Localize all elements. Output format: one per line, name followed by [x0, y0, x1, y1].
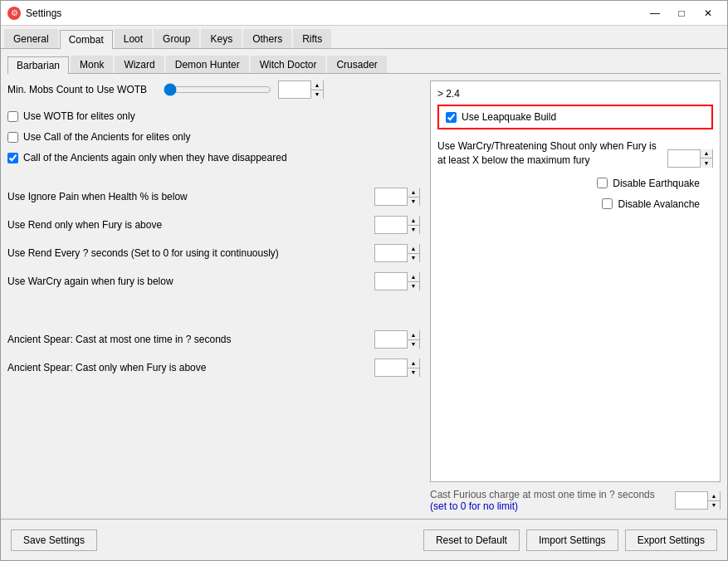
spacer5 — [437, 168, 713, 178]
reset-default-button[interactable]: Reset to Default — [423, 529, 520, 551]
tab-combat[interactable]: Combat — [60, 30, 113, 49]
mobs-count-input[interactable]: 0 — [279, 81, 310, 98]
title-bar-left: ⚙ Settings — [7, 7, 61, 20]
rend-every-label: Use Rend Every ? seconds (Set to 0 for u… — [7, 247, 369, 259]
wotb-elites-checkbox[interactable] — [7, 111, 18, 122]
ancient-spear2-input[interactable]: 25 — [375, 359, 407, 376]
warcry-fury-input[interactable]: 30 — [375, 273, 407, 290]
rend-fury-up[interactable]: ▲ — [408, 216, 419, 226]
cast-furious-text: Cast Furious charge at most one time in … — [430, 489, 668, 512]
window-controls: — □ ✕ — [642, 5, 721, 22]
mobs-count-row: Min. Mobs Count to Use WOTB 0 ▲ ▼ — [7, 80, 420, 99]
rend-fury-down[interactable]: ▼ — [408, 226, 419, 235]
warcry-fury-up[interactable]: ▲ — [408, 272, 419, 282]
rend-fury-spinbox: 20 ▲ ▼ — [374, 216, 420, 234]
ancient-spear1-up[interactable]: ▲ — [408, 330, 419, 340]
tab-loot[interactable]: Loot — [115, 29, 152, 48]
tab-rifts[interactable]: Rifts — [293, 29, 331, 48]
cast-furious-input[interactable]: 3 — [676, 492, 707, 509]
ancient-spear2-spinbox: 25 ▲ ▼ — [374, 359, 420, 377]
ancient-spear1-input[interactable]: 0 — [375, 331, 407, 348]
fury-shout-spinbox: 50 ▲ ▼ — [667, 149, 713, 168]
cast-furious-up[interactable]: ▲ — [708, 491, 720, 501]
ancient-spear1-row: Ancient Spear: Cast at most one time in … — [7, 330, 420, 349]
ignore-pain-input[interactable]: 50 — [375, 188, 407, 205]
fury-shout-row: Use WarCry/Threatening Shout only when F… — [437, 139, 713, 168]
mobs-count-up[interactable]: ▲ — [311, 80, 323, 90]
ignore-pain-spinbox: 50 ▲ ▼ — [374, 188, 420, 206]
footer-left: Save Settings — [11, 529, 97, 551]
rend-fury-input[interactable]: 20 — [375, 217, 407, 233]
cast-furious-note: (set to 0 for no limit) — [430, 500, 518, 512]
sub-tab-demon-hunter[interactable]: Demon Hunter — [166, 56, 249, 73]
ancient-spear1-label: Ancient Spear: Cast at most one time in … — [7, 334, 369, 345]
import-settings-button[interactable]: Import Settings — [526, 529, 618, 551]
ancients-elites-row: Use Call of the Ancients for elites only — [7, 131, 420, 143]
disable-avalanche-label: Disable Avalanche — [618, 198, 700, 210]
spacer4 — [437, 129, 713, 139]
disable-avalanche-checkbox[interactable] — [602, 198, 613, 209]
mobs-count-slider[interactable] — [164, 83, 271, 96]
ancient-spear2-label: Ancient Spear: Cast only when Fury is ab… — [7, 362, 369, 373]
fury-shout-up[interactable]: ▲ — [701, 149, 712, 159]
mobs-count-label: Min. Mobs Count to Use WOTB — [7, 84, 157, 95]
footer-right: Reset to Default Import Settings Export … — [423, 529, 717, 551]
mobs-count-down[interactable]: ▼ — [311, 90, 323, 100]
export-settings-button[interactable]: Export Settings — [625, 529, 717, 551]
settings-icon: ⚙ — [7, 7, 21, 20]
cast-furious-spinbox: 3 ▲ ▼ — [675, 491, 721, 510]
minimize-button[interactable]: — — [642, 5, 667, 22]
cast-furious-label: Cast Furious charge at most one time in … — [430, 489, 655, 500]
ignore-pain-row: Use Ignore Pain when Health % is below 5… — [7, 188, 420, 206]
tab-others[interactable]: Others — [243, 29, 291, 48]
tab-keys[interactable]: Keys — [201, 29, 242, 48]
ancients-disappeared-row: Call of the Ancients again only when the… — [7, 152, 420, 163]
ancient-spear2-up[interactable]: ▲ — [408, 359, 419, 368]
rend-every-row: Use Rend Every ? seconds (Set to 0 for u… — [7, 244, 420, 262]
ancients-disappeared-checkbox[interactable] — [7, 153, 18, 163]
rend-every-up[interactable]: ▲ — [408, 244, 419, 254]
fury-shout-down[interactable]: ▼ — [701, 159, 712, 168]
main-tab-bar: General Combat Loot Group Keys Others Ri… — [1, 26, 727, 49]
sub-tab-witch-doctor[interactable]: Witch Doctor — [251, 56, 326, 73]
disable-earthquake-label: Disable Earthquake — [613, 178, 700, 189]
fury-shout-input[interactable]: 50 — [668, 150, 700, 167]
spacer3 — [7, 315, 420, 325]
sub-tab-monk[interactable]: Monk — [71, 56, 113, 73]
leapquake-checkbox[interactable] — [446, 112, 457, 123]
ignore-pain-label: Use Ignore Pain when Health % is below — [7, 191, 369, 202]
rend-fury-row: Use Rend only when Fury is above 20 ▲ ▼ — [7, 216, 420, 234]
tab-general[interactable]: General — [4, 29, 58, 48]
ignore-pain-down[interactable]: ▼ — [408, 198, 419, 207]
footer: Save Settings Reset to Default Import Se… — [1, 519, 727, 560]
rend-every-input[interactable]: 0 — [375, 245, 407, 261]
ancient-spear1-down[interactable]: ▼ — [408, 340, 419, 349]
cast-furious-row: Cast Furious charge at most one time in … — [430, 489, 721, 512]
cast-furious-down[interactable]: ▼ — [708, 501, 720, 510]
warcry-fury-down[interactable]: ▼ — [408, 282, 419, 291]
wotb-elites-row: Use WOTB for elites only — [7, 110, 420, 122]
warcry-fury-row: Use WarCry again when fury is below 30 ▲… — [7, 272, 420, 290]
ancients-elites-checkbox[interactable] — [7, 132, 18, 143]
tab-group[interactable]: Group — [154, 29, 199, 48]
maximize-button[interactable]: □ — [669, 5, 694, 22]
left-panel: Min. Mobs Count to Use WOTB 0 ▲ ▼ Use WO… — [7, 80, 420, 512]
sub-tab-crusader[interactable]: Crusader — [327, 56, 386, 73]
rend-every-down[interactable]: ▼ — [408, 254, 419, 263]
warcry-fury-spinbox: 30 ▲ ▼ — [374, 272, 420, 290]
leapquake-label: Use Leapquake Build — [462, 111, 556, 123]
version-section: > 2.4 Use Leapquake Build Use WarCry/Thr… — [430, 80, 721, 482]
ancient-spear2-down[interactable]: ▼ — [408, 368, 419, 378]
main-window: ⚙ Settings — □ ✕ General Combat Loot Gro… — [0, 0, 728, 561]
ignore-pain-up[interactable]: ▲ — [408, 188, 419, 198]
close-button[interactable]: ✕ — [696, 5, 721, 22]
sub-tab-barbarian[interactable]: Barbarian — [7, 56, 69, 74]
save-settings-button[interactable]: Save Settings — [11, 529, 97, 551]
ancient-spear1-spinbox: 0 ▲ ▼ — [374, 330, 420, 349]
fury-shout-label: Use WarCry/Threatening Shout only when F… — [437, 139, 661, 168]
main-area: Min. Mobs Count to Use WOTB 0 ▲ ▼ Use WO… — [7, 80, 721, 512]
disable-earthquake-checkbox[interactable] — [597, 178, 608, 188]
spacer1 — [7, 173, 420, 183]
ancient-spear2-row: Ancient Spear: Cast only when Fury is ab… — [7, 359, 420, 377]
sub-tab-wizard[interactable]: Wizard — [115, 56, 164, 73]
